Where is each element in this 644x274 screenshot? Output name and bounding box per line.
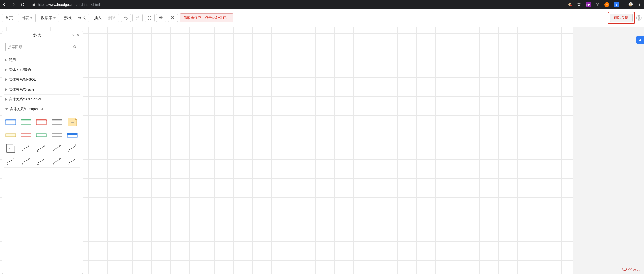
svg-rect-34 (67, 133, 77, 135)
canvas-outside (573, 27, 644, 274)
shape-table-red[interactable] (36, 117, 47, 127)
svg-rect-32 (52, 134, 62, 137)
panel-title: 形状 (5, 32, 69, 38)
svg-point-1 (569, 4, 570, 4)
svg-rect-29 (6, 134, 16, 137)
chevron-right-icon (5, 69, 7, 71)
svg-rect-30 (21, 134, 31, 137)
shape-table-blue[interactable] (5, 117, 16, 127)
home-button[interactable]: 首页 (2, 14, 16, 22)
extension-s-icon[interactable]: S (614, 2, 619, 7)
shape-table-green[interactable] (21, 117, 31, 127)
profile-avatar[interactable] (628, 2, 633, 7)
app-toolbar: 首页 图表 数据库 形状 格式 插入 删除 修改未保存。点击此处保存。 问题反馈 (0, 9, 644, 27)
shape-label-bluehead[interactable] (67, 130, 78, 140)
format-button[interactable]: 格式 (75, 14, 89, 22)
category-er-postgresql[interactable]: 实体关系/PostgreSQL (4, 104, 80, 114)
delete-button[interactable]: 删除 (105, 14, 119, 22)
bookmark-star-icon[interactable] (577, 2, 581, 7)
svg-point-6 (606, 4, 608, 5)
insert-button[interactable]: 插入 (91, 14, 105, 22)
shape-label-gray[interactable] (52, 130, 62, 140)
watermark: 亿速云 (622, 267, 640, 272)
undo-button[interactable] (121, 14, 131, 22)
canvas[interactable] (0, 27, 644, 274)
close-icon[interactable] (76, 33, 80, 37)
chevron-right-icon (5, 98, 7, 101)
shape-label-green[interactable] (36, 130, 47, 140)
shape-connector-7[interactable] (36, 157, 47, 166)
collapse-icon[interactable] (71, 33, 74, 37)
svg-point-9 (639, 3, 640, 3)
feedback-highlight: 问题反馈 (608, 12, 635, 24)
unsaved-banner[interactable]: 修改未保存。点击此处保存。 (180, 13, 233, 22)
chevron-down-icon (53, 17, 56, 19)
shape-button[interactable]: 形状 (61, 14, 75, 22)
extension-cookie-icon[interactable]: x (568, 2, 572, 7)
browser-menu-icon[interactable] (637, 2, 642, 7)
svg-text:Note: Note (9, 148, 12, 150)
chevron-down-icon (5, 108, 8, 110)
globe-icon[interactable] (636, 15, 642, 21)
shape-connector-5[interactable] (5, 157, 16, 166)
chevron-right-icon (5, 78, 7, 81)
side-widget-button[interactable] (636, 36, 644, 44)
shape-label-yellow[interactable] (5, 130, 16, 140)
url-text: https://www.freedgo.com/erd-index.html (38, 3, 100, 7)
shape-label-red[interactable] (21, 130, 31, 140)
shape-connector-9[interactable] (67, 157, 78, 166)
shape-sticky-note[interactable]: Note (67, 117, 78, 127)
svg-text:Note: Note (71, 122, 74, 123)
svg-rect-31 (36, 134, 46, 137)
shape-connector-4[interactable] (67, 144, 78, 153)
browser-bar: https://www.freedgo.com/erd-index.html x… (0, 0, 644, 9)
zoom-in-button[interactable] (156, 14, 166, 22)
extension-orange-icon[interactable] (604, 2, 609, 7)
shape-connector-3[interactable] (52, 144, 62, 153)
shape-grid: Note Note (4, 114, 80, 168)
extension-rp-icon[interactable]: RP (586, 2, 591, 7)
workspace: 形状 通用 实体关系/普通 实体关系/MySQL 实体关系/Oracle 实体关… (0, 27, 644, 274)
svg-rect-26 (52, 120, 62, 121)
back-button[interactable] (2, 2, 7, 7)
shape-connector-8[interactable] (52, 157, 62, 166)
extension-v-icon[interactable] (595, 2, 600, 7)
svg-point-10 (639, 4, 640, 5)
category-er-mysql[interactable]: 实体关系/MySQL (4, 75, 80, 85)
search-icon (73, 45, 77, 49)
reload-button[interactable] (20, 2, 25, 7)
search-input[interactable] (5, 43, 79, 51)
lock-icon (32, 3, 35, 7)
svg-rect-17 (6, 120, 16, 121)
category-general[interactable]: 通用 (4, 55, 80, 65)
shape-connector-1[interactable] (21, 144, 31, 153)
category-er-oracle[interactable]: 实体关系/Oracle (4, 85, 80, 95)
chevron-down-icon (30, 17, 32, 19)
zoom-out-button[interactable] (168, 14, 178, 22)
shape-plain-note[interactable]: Note (5, 144, 16, 153)
fullscreen-button[interactable] (145, 14, 155, 22)
shapes-panel: 形状 通用 实体关系/普通 实体关系/MySQL 实体关系/Oracle 实体关… (2, 31, 83, 274)
svg-rect-23 (36, 120, 46, 121)
forward-button[interactable] (11, 2, 16, 7)
chart-dropdown[interactable]: 图表 (18, 14, 35, 22)
svg-point-41 (625, 270, 626, 270)
redo-button[interactable] (132, 14, 143, 22)
svg-point-15 (73, 45, 76, 48)
chevron-right-icon (5, 88, 7, 91)
chevron-right-icon (5, 59, 7, 61)
category-er-sqlserver[interactable]: 实体关系/SQLServer (4, 95, 80, 104)
database-dropdown[interactable]: 数据库 (38, 14, 59, 22)
shape-connector-6[interactable] (21, 157, 31, 166)
shape-table-gray[interactable] (52, 117, 62, 127)
svg-point-8 (630, 3, 631, 4)
svg-point-40 (623, 270, 624, 270)
address-bar[interactable]: https://www.freedgo.com/erd-index.html (32, 3, 100, 7)
svg-point-11 (639, 5, 640, 6)
category-er-general[interactable]: 实体关系/普通 (4, 65, 80, 75)
divider (624, 2, 624, 7)
svg-text:x: x (571, 5, 572, 6)
svg-rect-20 (21, 120, 31, 121)
feedback-button[interactable]: 问题反馈 (610, 14, 633, 22)
shape-connector-2[interactable] (36, 144, 47, 153)
